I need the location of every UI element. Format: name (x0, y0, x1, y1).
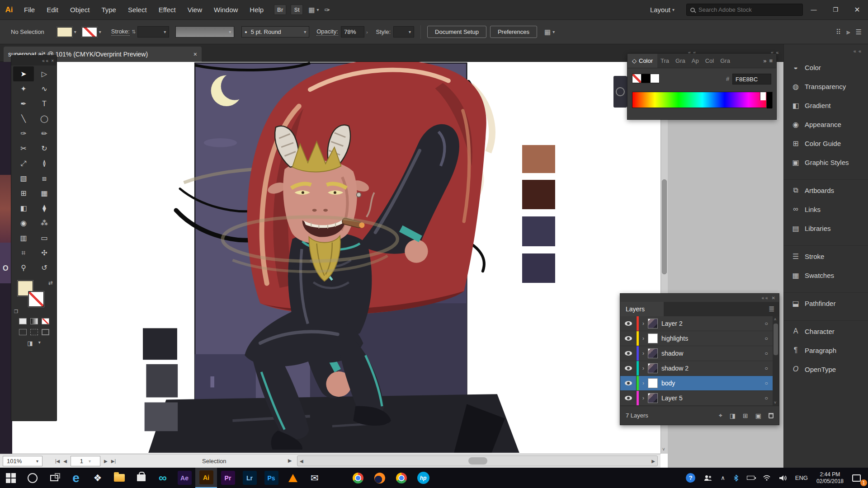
preferences-button[interactable]: Preferences (490, 26, 537, 38)
select-similar-caret-icon[interactable]: ▾ (552, 29, 555, 34)
dock-item-color[interactable]: ◒ Color (784, 58, 868, 77)
task-view-button[interactable] (43, 468, 65, 488)
dock-item-gradient[interactable]: ◧ Gradient (784, 96, 868, 115)
opacity-label[interactable]: Opacity: (316, 28, 338, 36)
layer-row[interactable]: › Layer 5 ○ (620, 391, 779, 406)
scale-tool[interactable]: ⤢ (13, 156, 34, 171)
screen-mode-caret-icon[interactable]: ▾ (38, 340, 41, 347)
layer-name[interactable]: body (658, 380, 761, 387)
collapse-dock-icon[interactable]: « « (854, 48, 862, 54)
visibility-eye-icon[interactable] (625, 396, 632, 400)
ellipse-tool[interactable]: ◯ (34, 111, 55, 126)
expand-icon[interactable]: › (639, 380, 648, 386)
layer-name[interactable]: Layer 2 (658, 320, 761, 327)
delete-layer-icon[interactable] (769, 413, 774, 418)
collapse-panel-icon[interactable]: « « (762, 296, 768, 300)
type-tool[interactable]: T (34, 96, 55, 111)
stroke-caret-icon[interactable]: ▾ (99, 29, 101, 34)
action-center-button[interactable]: 1 (848, 468, 868, 488)
layer-name[interactable]: shadow 2 (658, 365, 761, 372)
color-mode-icon[interactable] (19, 318, 27, 324)
expand-icon[interactable]: › (639, 320, 648, 327)
expand-icon[interactable]: › (639, 335, 648, 342)
tab-color-guide[interactable]: Col (702, 57, 717, 64)
dock-item-appearance[interactable]: ◉ Appearance (784, 115, 868, 134)
menu-effect[interactable]: Effect (153, 6, 182, 14)
screen-mode-icon[interactable]: ◨ (27, 340, 33, 347)
opacity-arrow-icon[interactable]: › (366, 29, 368, 35)
menu-select[interactable]: Select (122, 6, 153, 14)
horizontal-scroll-thumb[interactable] (468, 457, 487, 465)
illustrator-app-active[interactable]: Ai (195, 468, 217, 488)
swap-fill-stroke-icon[interactable]: ⇄ (48, 280, 53, 286)
dock-item-transparency[interactable]: ◍ Transparency (784, 77, 868, 96)
menu-file[interactable]: File (18, 6, 41, 14)
people-tray[interactable] (699, 468, 717, 488)
target-circle-icon[interactable]: ○ (761, 380, 772, 386)
new-sublayer-icon[interactable]: ⊞ (743, 412, 748, 419)
stroke-color-swatch[interactable] (82, 27, 97, 37)
visibility-eye-icon[interactable] (625, 381, 632, 385)
expand-icon[interactable]: › (639, 365, 648, 371)
layers-scrollbar[interactable]: ˄ ˅ (773, 316, 779, 406)
stroke-swatch[interactable] (28, 291, 44, 307)
panel-menu-icon[interactable]: ≡ (769, 57, 773, 64)
dock-item-paragraph[interactable]: ¶ Paragraph (784, 341, 868, 360)
panel-close-icon[interactable]: ✕ (772, 296, 775, 300)
layer-row[interactable]: › Layer 2 ○ (620, 316, 779, 331)
rotate-tool[interactable]: ↻ (34, 141, 55, 156)
menu-help[interactable]: Help (244, 6, 269, 14)
last-artboard-icon[interactable]: ▶| (111, 459, 116, 464)
menu-edit[interactable]: Edit (41, 6, 64, 14)
stroke-stepper-icon[interactable]: ⇅ (132, 29, 136, 35)
eyedropper-tool[interactable]: ⧫ (34, 201, 55, 216)
minimize-button[interactable]: — (803, 0, 825, 19)
layer-row[interactable]: › highlights ○ (620, 331, 779, 346)
none-swatch[interactable] (632, 74, 642, 83)
hand-tool[interactable]: ✣ (34, 245, 55, 260)
layer-name[interactable]: shadow (658, 350, 761, 357)
collapse-panel-icon[interactable]: « « (42, 58, 48, 63)
black-selector[interactable] (766, 92, 772, 108)
scissors-tool[interactable]: ✂ (13, 141, 34, 156)
artboard-number-dropdown[interactable]: 1 ▾ (71, 456, 100, 466)
artwork-swatch-square[interactable] (522, 253, 555, 283)
color-spectrum-bar[interactable] (632, 92, 773, 108)
get-help-tray[interactable]: ? (682, 468, 699, 488)
brush-definition-dropdown[interactable]: ● 5 pt. Round ▾ (241, 26, 309, 38)
scroll-right-icon[interactable]: ▶ (651, 459, 655, 464)
touch-workspace-icon[interactable]: ✑ (324, 6, 330, 14)
visibility-eye-icon[interactable] (625, 336, 632, 341)
volume-tray[interactable] (775, 468, 791, 488)
hp-app[interactable]: hp (412, 468, 434, 488)
scroll-up-icon[interactable]: ˄ (774, 317, 776, 322)
infinity-app[interactable]: ∞ (152, 468, 174, 488)
vertical-scroll-thumb[interactable] (662, 179, 667, 274)
target-circle-icon[interactable]: ○ (761, 395, 772, 401)
dock-item-stroke[interactable]: ☰ Stroke (784, 247, 868, 266)
selection-tool[interactable]: ➤ (13, 66, 34, 81)
menu-window[interactable]: Window (208, 6, 244, 14)
none-mode-icon[interactable] (42, 318, 49, 324)
stroke-weight-label[interactable]: Stroke: (111, 28, 130, 36)
cortana-search-button[interactable] (22, 468, 43, 488)
locate-object-icon[interactable]: ⌖ (719, 412, 722, 419)
adobe-stock-search[interactable] (686, 4, 803, 16)
target-circle-icon[interactable]: ○ (761, 335, 772, 342)
menu-view[interactable]: View (182, 6, 208, 14)
dock-item-links[interactable]: ∞ Links (784, 200, 868, 219)
blend-tool[interactable]: ◉ (13, 216, 34, 230)
layers-scroll-thumb[interactable] (774, 324, 778, 355)
scroll-left-icon[interactable]: ◀ (300, 459, 303, 464)
dropbox-app[interactable]: ❖ (87, 468, 108, 488)
tab-color[interactable]: ◇ Color (627, 54, 657, 68)
default-fill-stroke-icon[interactable]: ❐ (14, 309, 18, 314)
tab-appearance[interactable]: Ap (689, 57, 702, 64)
visibility-eye-icon[interactable] (625, 351, 632, 356)
lightroom-app[interactable]: Lr (239, 468, 260, 488)
gradient-tool[interactable]: ◧ (13, 201, 34, 216)
clock[interactable]: 2:44 PM 02/05/2018 (812, 468, 848, 488)
restore-button[interactable]: ❐ (825, 0, 846, 19)
artwork-swatch-square[interactable] (522, 180, 555, 209)
stock-button[interactable]: St (291, 5, 303, 15)
